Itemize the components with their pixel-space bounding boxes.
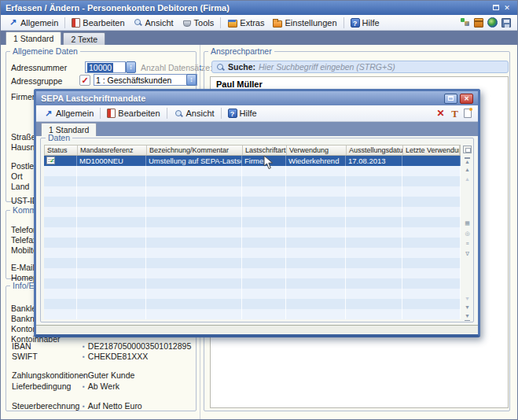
table-cell <box>402 227 461 238</box>
menu-item-hilfe[interactable]: ?Hilfe <box>347 17 384 28</box>
table-cell <box>146 309 242 319</box>
table-row-empty[interactable] <box>44 176 461 186</box>
sync-icon[interactable] <box>460 17 470 28</box>
main-toolbar: ↗AllgemeinBearbeitenAnsichtToolsExtrasEi… <box>1 15 517 31</box>
grid-view-icon[interactable]: ▦ <box>462 220 472 227</box>
nav-up-icon[interactable]: ▲ <box>462 167 472 173</box>
hammer-icon[interactable]: T <box>450 109 460 119</box>
bank-label-lieferbedingung: Lieferbedingung <box>12 381 71 391</box>
table-row-empty[interactable] <box>44 278 461 289</box>
column-header-lastschriftart[interactable]: Lastschriftart <box>243 146 287 155</box>
nav-up-page-icon[interactable]: ▲ <box>462 176 472 182</box>
menu-item-bearbeiten[interactable]: Bearbeiten <box>103 108 163 119</box>
column-header-ausstellungsdatum[interactable]: Ausstellungsdatum <box>347 146 403 155</box>
table-row-empty[interactable] <box>44 186 461 197</box>
close-window-button[interactable]: ✕ <box>501 3 512 13</box>
table-row-empty[interactable] <box>44 166 461 176</box>
menu-item-ansicht[interactable]: Ansicht <box>170 108 219 120</box>
adressgruppe-value: 1 : Geschäftskunden <box>96 76 171 85</box>
table-row-empty[interactable] <box>44 238 461 248</box>
search-row-icon[interactable]: ◎ <box>462 230 472 237</box>
table-row[interactable]: MD1000NEUUmstellung auf SEPA-Lastschrift… <box>44 156 461 166</box>
table-cell <box>242 217 286 227</box>
table-row-empty[interactable] <box>44 227 461 238</box>
adressgruppe-label: Adressgruppe <box>11 76 62 86</box>
tab-standard[interactable]: 1 Standard <box>6 31 61 45</box>
filter-icon[interactable]: ∇ <box>462 251 472 257</box>
table-cell <box>402 156 461 166</box>
table-row-empty[interactable] <box>44 289 461 299</box>
menu-item-ansicht[interactable]: Ansicht <box>129 17 178 28</box>
table-cell <box>146 238 242 248</box>
column-chooser-icon[interactable] <box>463 146 472 153</box>
splitter-grip-icon[interactable]: ↕ <box>198 62 203 72</box>
table-cell <box>44 278 77 289</box>
adressnummer-spinner[interactable]: ↕ <box>126 61 136 73</box>
adressgruppe-combobox[interactable]: 1 : Geschäftskunden <box>94 74 197 86</box>
table-cell <box>44 217 77 227</box>
table-cell <box>77 248 146 258</box>
table-row-empty[interactable] <box>44 197 461 207</box>
column-header-status[interactable]: Status <box>45 146 78 155</box>
column-header-verwendung[interactable]: Verwendung <box>287 146 347 155</box>
menu-item-allgemein[interactable]: ↗Allgemein <box>39 108 97 120</box>
table-row-empty[interactable] <box>44 217 461 227</box>
column-header-bezeichnungkommentar[interactable]: Bezeichnung/Kommentar <box>147 146 243 155</box>
nav-down-icon[interactable]: ▼ <box>462 304 472 311</box>
tab-texte[interactable]: 2 Texte <box>63 32 105 45</box>
nav-down-page-icon[interactable]: ▼ <box>462 296 472 302</box>
adressgruppe-check-button[interactable]: ✓ <box>79 75 90 86</box>
table-row-empty[interactable] <box>44 268 461 278</box>
mouse-cursor <box>263 155 274 170</box>
table-row-empty[interactable] <box>44 248 461 258</box>
dialog-title: SEPA Lastschriftmandate <box>41 94 442 103</box>
column-header-letzteverwendung[interactable]: Letzte Verwendung <box>403 146 460 155</box>
table-cell <box>346 258 402 268</box>
menu-item-label: Hilfe <box>240 109 257 118</box>
search-icon <box>215 62 225 72</box>
menu-separator <box>100 108 101 119</box>
table-cell: Wiederkehrend <box>286 156 346 166</box>
table-cell <box>146 176 242 186</box>
package-icon[interactable] <box>474 18 483 28</box>
table-cell <box>146 207 242 217</box>
globe-icon[interactable] <box>487 17 498 28</box>
bullet-icon: ▪ <box>83 383 85 390</box>
row-select-icon[interactable]: ≡ <box>462 241 472 247</box>
menu-item-hilfe[interactable]: ?Hilfe <box>224 108 261 119</box>
table-cell <box>242 299 286 309</box>
contact-search-input[interactable]: Suche: Hier Suchbegriff eingeben (STRG+S… <box>211 61 509 73</box>
adressgruppe-spinner[interactable]: ↕ <box>186 74 197 86</box>
save-icon[interactable] <box>501 18 511 28</box>
table-row-empty[interactable] <box>44 309 461 319</box>
table-row-empty[interactable] <box>44 299 461 309</box>
table-cell <box>346 268 402 278</box>
table-row-empty[interactable] <box>44 207 461 217</box>
arrow-ne-icon: ↗ <box>8 17 18 28</box>
menu-item-extras[interactable]: Extras <box>223 17 268 28</box>
restore-window-button[interactable] <box>490 3 501 13</box>
table-cell <box>346 176 402 186</box>
table-cell <box>44 207 77 217</box>
main-menu: ↗AllgemeinBearbeitenAnsichtToolsExtrasEi… <box>4 17 384 28</box>
table-cell <box>242 278 286 289</box>
column-header-mandatsreferenz[interactable]: Mandatsreferenz <box>78 146 147 155</box>
table-cell <box>77 299 146 309</box>
menu-item-einstellungen[interactable]: Einstellungen <box>268 17 340 28</box>
adressnummer-input[interactable]: 10000 <box>85 61 126 73</box>
table-cell <box>286 248 346 258</box>
menu-item-tools[interactable]: Tools <box>178 17 219 28</box>
menu-item-label: Allgemein <box>20 18 58 28</box>
table-cell <box>242 207 286 217</box>
nav-last-icon[interactable]: ▼ <box>462 313 472 321</box>
delete-x-icon[interactable]: ✕ <box>435 109 446 119</box>
dialog-restore-button[interactable] <box>444 94 457 104</box>
menu-item-bearbeiten[interactable]: Bearbeiten <box>68 17 128 28</box>
dialog-close-button[interactable]: ✕ <box>460 94 473 104</box>
table-cell <box>346 207 402 217</box>
new-document-icon[interactable] <box>464 109 472 118</box>
bullet-icon: ▪ <box>83 353 85 360</box>
menu-item-allgemein[interactable]: ↗Allgemein <box>4 17 62 28</box>
nav-first-icon[interactable]: ▲ <box>462 157 472 165</box>
table-row-empty[interactable] <box>44 258 461 268</box>
